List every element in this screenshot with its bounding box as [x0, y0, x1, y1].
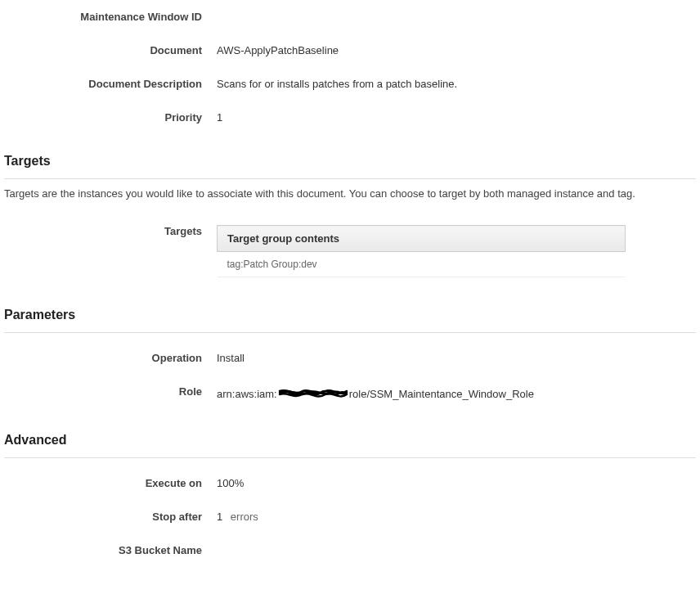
targets-heading: Targets: [4, 154, 696, 173]
priority-value: 1: [217, 111, 222, 124]
targets-field-label: Targets: [4, 225, 217, 237]
role-label: Role: [4, 385, 217, 398]
role-arn-prefix: arn:aws:iam:: [217, 388, 277, 400]
operation-value: Install: [217, 352, 245, 364]
stop-after-label: Stop after: [4, 511, 217, 523]
divider: [4, 332, 696, 333]
role-arn-suffix: role/SSM_Maintentance_Window_Role: [349, 388, 534, 400]
stop-after-suffix: errors: [231, 511, 258, 523]
maintenance-window-id-label: Maintenance Window ID: [4, 11, 217, 23]
parameters-heading: Parameters: [4, 308, 696, 327]
execute-on-value: 100%: [217, 477, 244, 489]
s3-bucket-name-label: S3 Bucket Name: [4, 544, 217, 556]
operation-label: Operation: [4, 352, 217, 364]
role-value: arn:aws:iam: role/SSM_Maintentance_Windo…: [217, 385, 534, 403]
document-label: Document: [4, 44, 217, 56]
targets-table: Target group contents tag:Patch Group:de…: [217, 225, 626, 277]
divider: [4, 178, 696, 179]
stop-after-value: 1: [217, 511, 222, 523]
execute-on-label: Execute on: [4, 477, 217, 489]
targets-table-wrapper: Target group contents tag:Patch Group:de…: [217, 225, 626, 277]
targets-table-cell: tag:Patch Group:dev: [218, 252, 626, 277]
document-description-label: Document Description: [4, 78, 217, 90]
divider: [4, 457, 696, 458]
advanced-heading: Advanced: [4, 433, 696, 452]
document-value: AWS-ApplyPatchBaseline: [217, 44, 339, 56]
priority-label: Priority: [4, 111, 217, 124]
table-row: tag:Patch Group:dev: [218, 252, 626, 277]
stop-after-value-wrapper: 1 errors: [217, 511, 258, 523]
targets-table-header: Target group contents: [218, 226, 626, 252]
redacted-scribble-icon: [278, 385, 348, 403]
document-description-value: Scans for or installs patches from a pat…: [217, 78, 457, 90]
targets-description: Targets are the instances you would like…: [4, 187, 696, 200]
